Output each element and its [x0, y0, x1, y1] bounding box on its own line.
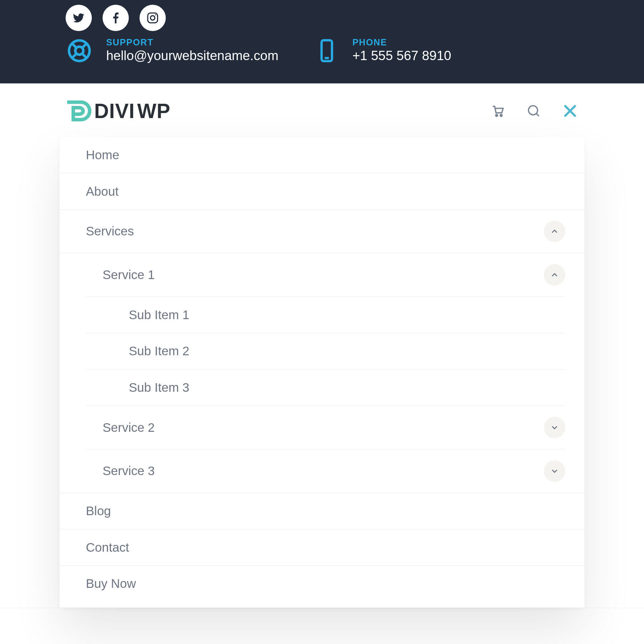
menu-label: Contact	[86, 540, 129, 555]
facebook-icon[interactable]	[103, 5, 129, 31]
menu-item-home[interactable]: Home	[60, 137, 585, 174]
mobile-menu: Home About Services Service 1	[60, 137, 585, 608]
svg-point-1	[151, 16, 155, 20]
phone-label: PHONE	[352, 37, 451, 47]
menu-item-contact[interactable]: Contact	[60, 530, 585, 566]
twitter-icon[interactable]	[65, 5, 92, 31]
menu-label: Service 3	[103, 464, 155, 478]
header: DIVIWP Home About	[0, 83, 644, 608]
phone-block: PHONE +1 555 567 8910	[314, 37, 451, 67]
menu-label: Services	[86, 224, 134, 239]
lifebuoy-icon	[65, 37, 93, 67]
logo-mark-icon	[65, 98, 92, 124]
instagram-icon[interactable]	[140, 5, 166, 31]
chevron-down-icon[interactable]	[544, 417, 565, 438]
menu-item-buy-now[interactable]: Buy Now	[60, 566, 585, 602]
svg-rect-0	[148, 13, 158, 23]
search-icon[interactable]	[526, 103, 541, 118]
menu-item-about[interactable]: About	[60, 174, 585, 210]
logo-text-divi: DIVI	[94, 99, 135, 123]
svg-line-6	[83, 43, 87, 48]
close-icon[interactable]	[562, 103, 579, 119]
svg-point-13	[528, 106, 537, 115]
menu-label: Sub Item 3	[129, 380, 189, 395]
menu-item-sub-item-3[interactable]: Sub Item 3	[86, 370, 565, 406]
svg-point-4	[75, 47, 83, 54]
menu-item-sub-item-1[interactable]: Sub Item 1	[86, 297, 565, 333]
support-block: SUPPORT hello@yourwebsitename.com	[65, 37, 278, 67]
svg-line-8	[83, 54, 87, 58]
social-links	[65, 4, 584, 37]
svg-line-14	[536, 113, 539, 116]
menu-item-service-3[interactable]: Service 3	[86, 450, 565, 493]
svg-point-2	[155, 14, 156, 15]
menu-label: Buy Now	[86, 577, 136, 591]
topbar: SUPPORT hello@yourwebsitename.com PHONE …	[0, 0, 644, 83]
svg-line-5	[72, 43, 76, 48]
header-actions	[490, 103, 579, 119]
menu-item-service-2[interactable]: Service 2	[86, 406, 565, 450]
menu-label: Home	[86, 148, 119, 162]
logo-text-wp: WP	[137, 99, 171, 123]
menu-item-blog[interactable]: Blog	[60, 493, 585, 530]
menu-item-sub-item-2[interactable]: Sub Item 2	[86, 333, 565, 370]
logo[interactable]: DIVIWP	[65, 98, 170, 124]
menu-item-service-1[interactable]: Service 1	[86, 253, 565, 297]
support-email[interactable]: hello@yourwebsitename.com	[106, 48, 279, 64]
menu-label: Sub Item 2	[129, 344, 189, 358]
menu-label: Blog	[86, 504, 111, 518]
menu-label: Service 1	[103, 268, 155, 282]
menu-item-services[interactable]: Services	[60, 210, 585, 254]
chevron-down-icon[interactable]	[544, 460, 565, 482]
svg-point-11	[496, 114, 498, 116]
services-children: Service 1 Sub Item 1 Sub Item 2 Sub Item…	[86, 253, 565, 492]
menu-label: About	[86, 184, 118, 199]
svg-point-12	[500, 114, 502, 116]
support-label: SUPPORT	[106, 37, 279, 47]
svg-line-7	[72, 54, 76, 58]
menu-label: Sub Item 1	[129, 308, 189, 322]
chevron-up-icon[interactable]	[544, 264, 565, 286]
cart-icon[interactable]	[490, 103, 506, 118]
chevron-up-icon[interactable]	[544, 221, 565, 242]
phone-icon	[314, 37, 339, 67]
phone-number[interactable]: +1 555 567 8910	[352, 48, 451, 64]
menu-label: Service 2	[103, 420, 155, 435]
